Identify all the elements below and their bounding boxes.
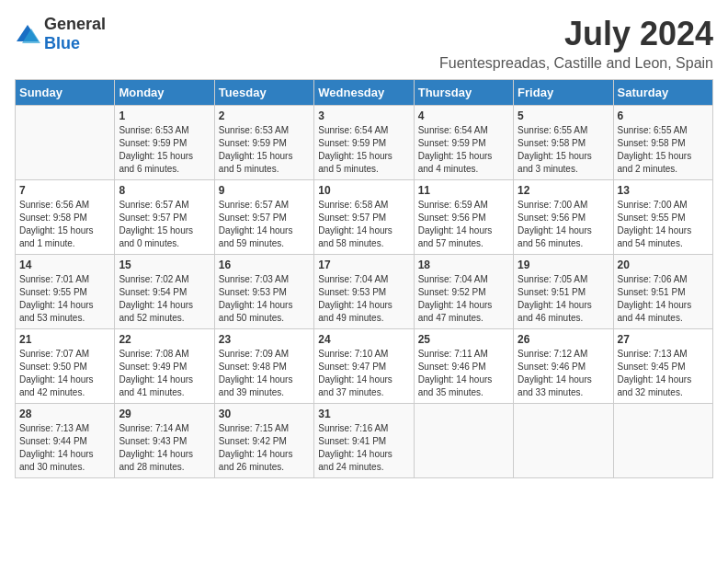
calendar-cell-w1-d0: 7Sunrise: 6:56 AMSunset: 9:58 PMDaylight…: [16, 180, 115, 255]
calendar-cell-w2-d4: 18Sunrise: 7:04 AMSunset: 9:52 PMDayligh…: [414, 255, 513, 329]
calendar-cell-w0-d3: 3Sunrise: 6:54 AMSunset: 9:59 PMDaylight…: [314, 106, 414, 180]
cell-info: Sunrise: 6:55 AMSunset: 9:58 PMDaylight:…: [518, 124, 609, 176]
cell-info: Sunrise: 7:16 AMSunset: 9:41 PMDaylight:…: [318, 422, 409, 474]
day-number: 29: [119, 408, 210, 420]
day-number: 20: [618, 259, 709, 271]
day-number: 28: [19, 408, 110, 420]
day-number: 24: [318, 333, 409, 346]
day-number: 30: [219, 408, 310, 420]
calendar-cell-w1-d1: 8Sunrise: 6:57 AMSunset: 9:57 PMDaylight…: [115, 180, 214, 255]
calendar-week-0: 1Sunrise: 6:53 AMSunset: 9:59 PMDaylight…: [16, 106, 713, 180]
day-number: 8: [119, 184, 210, 197]
calendar-week-4: 28Sunrise: 7:13 AMSunset: 9:44 PMDayligh…: [16, 404, 713, 478]
calendar-cell-w2-d5: 19Sunrise: 7:05 AMSunset: 9:51 PMDayligh…: [514, 255, 613, 329]
calendar-cell-w3-d0: 21Sunrise: 7:07 AMSunset: 9:50 PMDayligh…: [16, 329, 115, 404]
main-title: July 2024: [439, 15, 713, 53]
calendar-cell-w4-d6: [613, 404, 712, 478]
calendar-cell-w4-d0: 28Sunrise: 7:13 AMSunset: 9:44 PMDayligh…: [16, 404, 115, 478]
day-number: 14: [19, 259, 110, 271]
cell-info: Sunrise: 6:57 AMSunset: 9:57 PMDaylight:…: [219, 199, 310, 250]
calendar-cell-w3-d3: 24Sunrise: 7:10 AMSunset: 9:47 PMDayligh…: [314, 329, 414, 404]
day-number: 10: [318, 184, 409, 197]
calendar-cell-w3-d4: 25Sunrise: 7:11 AMSunset: 9:46 PMDayligh…: [414, 329, 513, 404]
logo-text: General Blue: [44, 15, 106, 53]
cell-info: Sunrise: 7:14 AMSunset: 9:43 PMDaylight:…: [119, 422, 210, 474]
calendar-table: Sunday Monday Tuesday Wednesday Thursday…: [15, 79, 713, 478]
calendar-cell-w3-d1: 22Sunrise: 7:08 AMSunset: 9:49 PMDayligh…: [115, 329, 214, 404]
calendar-cell-w2-d6: 20Sunrise: 7:06 AMSunset: 9:51 PMDayligh…: [613, 255, 712, 329]
calendar-cell-w2-d0: 14Sunrise: 7:01 AMSunset: 9:55 PMDayligh…: [16, 255, 115, 329]
calendar-week-2: 14Sunrise: 7:01 AMSunset: 9:55 PMDayligh…: [16, 255, 713, 329]
logo-blue: Blue: [44, 34, 80, 52]
calendar-cell-w0-d2: 2Sunrise: 6:53 AMSunset: 9:59 PMDaylight…: [214, 106, 313, 180]
logo: General Blue: [15, 15, 106, 53]
header: General Blue July 2024 Fuentespreadas, C…: [15, 15, 713, 72]
day-number: 12: [518, 184, 609, 197]
cell-info: Sunrise: 6:58 AMSunset: 9:57 PMDaylight:…: [318, 199, 409, 250]
calendar-cell-w3-d2: 23Sunrise: 7:09 AMSunset: 9:48 PMDayligh…: [214, 329, 313, 404]
calendar-cell-w4-d4: [414, 404, 513, 478]
calendar-cell-w0-d6: 6Sunrise: 6:55 AMSunset: 9:58 PMDaylight…: [613, 106, 712, 180]
day-number: 26: [518, 333, 609, 346]
calendar-week-1: 7Sunrise: 6:56 AMSunset: 9:58 PMDaylight…: [16, 180, 713, 255]
cell-info: Sunrise: 7:03 AMSunset: 9:53 PMDaylight:…: [219, 273, 310, 325]
cell-info: Sunrise: 7:06 AMSunset: 9:51 PMDaylight:…: [618, 273, 709, 325]
calendar-cell-w1-d6: 13Sunrise: 7:00 AMSunset: 9:55 PMDayligh…: [613, 180, 712, 255]
cell-info: Sunrise: 6:53 AMSunset: 9:59 PMDaylight:…: [119, 124, 210, 176]
calendar-cell-w0-d4: 4Sunrise: 6:54 AMSunset: 9:59 PMDaylight…: [414, 106, 513, 180]
cell-info: Sunrise: 7:01 AMSunset: 9:55 PMDaylight:…: [19, 273, 110, 325]
calendar-cell-w0-d5: 5Sunrise: 6:55 AMSunset: 9:58 PMDaylight…: [514, 106, 613, 180]
day-number: 16: [219, 259, 310, 271]
day-number: 23: [219, 333, 310, 346]
header-sunday: Sunday: [16, 80, 115, 106]
cell-info: Sunrise: 6:53 AMSunset: 9:59 PMDaylight:…: [219, 124, 310, 176]
cell-info: Sunrise: 6:56 AMSunset: 9:58 PMDaylight:…: [19, 199, 110, 250]
calendar-cell-w0-d0: [16, 106, 115, 180]
day-number: 15: [119, 259, 210, 271]
day-number: 25: [418, 333, 509, 346]
cell-info: Sunrise: 7:09 AMSunset: 9:48 PMDaylight:…: [219, 348, 310, 399]
cell-info: Sunrise: 7:02 AMSunset: 9:54 PMDaylight:…: [119, 273, 210, 325]
header-thursday: Thursday: [414, 80, 513, 106]
day-number: 11: [418, 184, 509, 197]
header-saturday: Saturday: [613, 80, 712, 106]
logo-general: General: [44, 15, 106, 33]
day-number: 3: [318, 109, 409, 122]
calendar-cell-w4-d3: 31Sunrise: 7:16 AMSunset: 9:41 PMDayligh…: [314, 404, 414, 478]
day-number: 6: [618, 109, 709, 122]
cell-info: Sunrise: 7:00 AMSunset: 9:56 PMDaylight:…: [518, 199, 609, 250]
day-number: 5: [518, 109, 609, 122]
cell-info: Sunrise: 6:55 AMSunset: 9:58 PMDaylight:…: [618, 124, 709, 176]
title-area: July 2024 Fuentespreadas, Castille and L…: [439, 15, 713, 72]
cell-info: Sunrise: 7:08 AMSunset: 9:49 PMDaylight:…: [119, 348, 210, 399]
header-row: Sunday Monday Tuesday Wednesday Thursday…: [16, 80, 713, 106]
cell-info: Sunrise: 7:04 AMSunset: 9:52 PMDaylight:…: [418, 273, 509, 325]
cell-info: Sunrise: 7:11 AMSunset: 9:46 PMDaylight:…: [418, 348, 509, 399]
cell-info: Sunrise: 6:54 AMSunset: 9:59 PMDaylight:…: [318, 124, 409, 176]
calendar-header: Sunday Monday Tuesday Wednesday Thursday…: [16, 80, 713, 106]
cell-info: Sunrise: 6:59 AMSunset: 9:56 PMDaylight:…: [418, 199, 509, 250]
cell-info: Sunrise: 6:54 AMSunset: 9:59 PMDaylight:…: [418, 124, 509, 176]
day-number: 18: [418, 259, 509, 271]
day-number: 21: [19, 333, 110, 346]
calendar-cell-w2-d2: 16Sunrise: 7:03 AMSunset: 9:53 PMDayligh…: [214, 255, 313, 329]
cell-info: Sunrise: 7:00 AMSunset: 9:55 PMDaylight:…: [618, 199, 709, 250]
day-number: 1: [119, 109, 210, 122]
day-number: 13: [618, 184, 709, 197]
calendar-cell-w4-d1: 29Sunrise: 7:14 AMSunset: 9:43 PMDayligh…: [115, 404, 214, 478]
day-number: 7: [19, 184, 110, 197]
calendar-cell-w0-d1: 1Sunrise: 6:53 AMSunset: 9:59 PMDaylight…: [115, 106, 214, 180]
cell-info: Sunrise: 7:13 AMSunset: 9:44 PMDaylight:…: [19, 422, 110, 474]
logo-icon: [15, 21, 40, 47]
cell-info: Sunrise: 7:04 AMSunset: 9:53 PMDaylight:…: [318, 273, 409, 325]
calendar-week-3: 21Sunrise: 7:07 AMSunset: 9:50 PMDayligh…: [16, 329, 713, 404]
day-number: 9: [219, 184, 310, 197]
calendar-cell-w1-d5: 12Sunrise: 7:00 AMSunset: 9:56 PMDayligh…: [514, 180, 613, 255]
calendar-cell-w2-d1: 15Sunrise: 7:02 AMSunset: 9:54 PMDayligh…: [115, 255, 214, 329]
day-number: 27: [618, 333, 709, 346]
header-friday: Friday: [514, 80, 613, 106]
subtitle: Fuentespreadas, Castille and Leon, Spain: [439, 55, 713, 72]
calendar-cell-w1-d2: 9Sunrise: 6:57 AMSunset: 9:57 PMDaylight…: [214, 180, 313, 255]
calendar-cell-w2-d3: 17Sunrise: 7:04 AMSunset: 9:53 PMDayligh…: [314, 255, 414, 329]
calendar-cell-w4-d2: 30Sunrise: 7:15 AMSunset: 9:42 PMDayligh…: [214, 404, 313, 478]
